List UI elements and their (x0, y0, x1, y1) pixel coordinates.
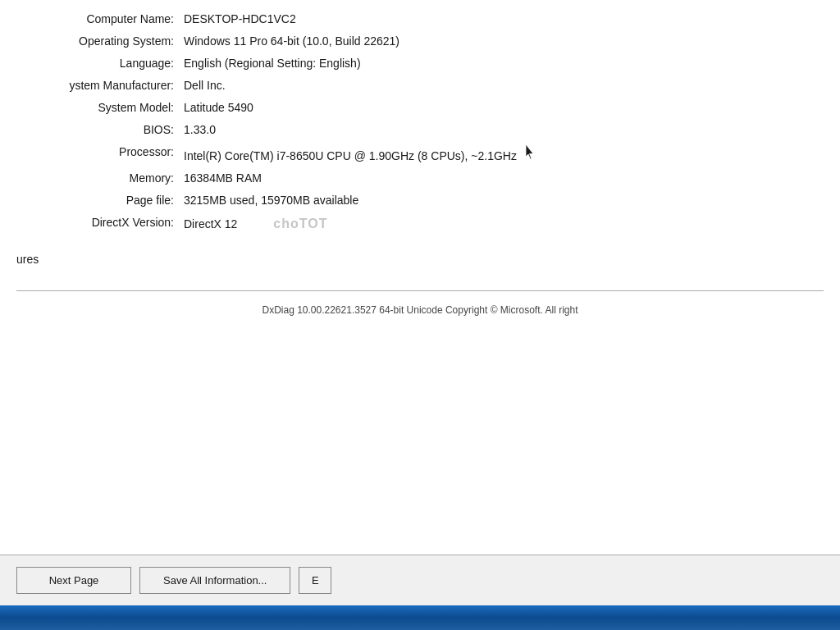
next-page-button[interactable]: Next Page (16, 567, 131, 594)
cursor-icon (525, 144, 536, 165)
dxdiag-footer-text: DxDiag 10.00.22621.3527 64-bit Unicode C… (16, 298, 824, 321)
manufacturer-label: ystem Manufacturer: (16, 75, 180, 97)
model-value: Latitude 5490 (180, 97, 824, 119)
language-label: Language: (16, 52, 180, 75)
processor-value: Intel(R) Core(TM) i7-8650U CPU @ 1.90GHz… (180, 141, 824, 167)
directx-label: DirectX Version: (16, 212, 180, 236)
section-divider (16, 290, 824, 291)
computer-name-value: DESKTOP-HDC1VC2 (180, 8, 824, 30)
table-row: Page file: 3215MB used, 15970MB availabl… (16, 189, 824, 212)
table-row: BIOS: 1.33.0 (16, 119, 824, 141)
exit-button[interactable]: E (299, 567, 331, 594)
table-row: DirectX Version: DirectX 12 choTOT (16, 212, 824, 236)
table-row: Computer Name: DESKTOP-HDC1VC2 (16, 8, 824, 30)
table-row: Language: English (Regional Setting: Eng… (16, 52, 824, 75)
watermark: choTOT (273, 217, 327, 231)
footer-bar: Next Page Save All Information... E (0, 555, 840, 605)
save-all-button[interactable]: Save All Information... (139, 567, 290, 594)
computer-name-label: Computer Name: (16, 8, 180, 30)
features-label: ures (16, 253, 39, 266)
system-info-table: Computer Name: DESKTOP-HDC1VC2 Operating… (16, 8, 824, 236)
table-row: Processor: Intel(R) Core(TM) i7-8650U CP… (16, 141, 824, 167)
model-label: System Model: (16, 97, 180, 119)
directx-value: DirectX 12 choTOT (180, 212, 824, 236)
table-row: Memory: 16384MB RAM (16, 167, 824, 189)
pagefile-value: 3215MB used, 15970MB available (180, 189, 824, 212)
processor-label: Processor: (16, 141, 180, 167)
language-value: English (Regional Setting: English) (180, 52, 824, 75)
os-value: Windows 11 Pro 64-bit (10.0, Build 22621… (180, 30, 824, 52)
table-row: System Model: Latitude 5490 (16, 97, 824, 119)
taskbar (0, 605, 840, 630)
content-area: Computer Name: DESKTOP-HDC1VC2 Operating… (0, 0, 840, 555)
table-row: ystem Manufacturer: Dell Inc. (16, 75, 824, 97)
dxdiag-window: Computer Name: DESKTOP-HDC1VC2 Operating… (0, 0, 840, 630)
features-section: ures (16, 253, 824, 266)
bios-label: BIOS: (16, 119, 180, 141)
pagefile-label: Page file: (16, 189, 180, 212)
memory-label: Memory: (16, 167, 180, 189)
manufacturer-value: Dell Inc. (180, 75, 824, 97)
table-row: Operating System: Windows 11 Pro 64-bit … (16, 30, 824, 52)
bios-value: 1.33.0 (180, 119, 824, 141)
os-label: Operating System: (16, 30, 180, 52)
memory-value: 16384MB RAM (180, 167, 824, 189)
